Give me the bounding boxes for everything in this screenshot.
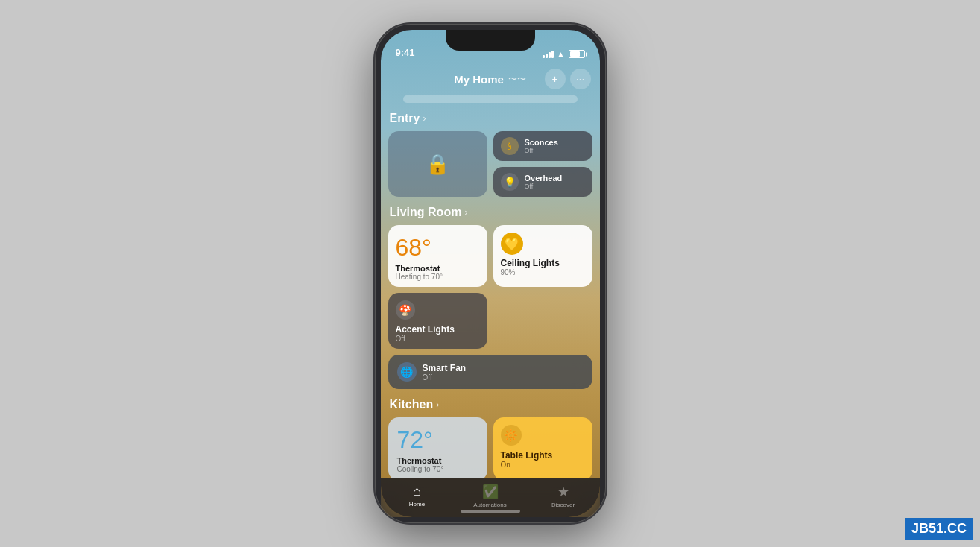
accent-lights-icon-row: 🍄 <box>396 300 480 320</box>
sconces-status: Off <box>525 147 558 154</box>
living-room-grid: 68° Thermostat Heating to 70° 💛 Ceiling … <box>388 225 592 349</box>
tab-home[interactable]: ⌂ Home <box>381 484 454 508</box>
status-icons: ▲ <box>543 50 585 58</box>
living-room-section: Living Room › 68° Thermostat Heating to … <box>388 206 592 389</box>
lock-icon: 🔒 <box>426 153 449 176</box>
overhead-status: Off <box>525 183 563 190</box>
page-wrapper: 9:41 ▲ My Home <box>0 0 980 547</box>
entry-grid: 🔒 🕯 Sconces Off <box>388 131 592 197</box>
lock-card[interactable]: 🔒 <box>388 131 487 197</box>
sconces-name: Sconces <box>525 138 558 147</box>
kitchen-thermostat-name: Thermostat <box>397 456 478 465</box>
kitchen-title: Kitchen <box>390 398 434 411</box>
table-lights-name: Table Lights <box>501 450 585 461</box>
living-room-title: Living Room <box>390 206 462 219</box>
overhead-card[interactable]: 💡 Overhead Off <box>493 167 592 197</box>
overhead-info: Overhead Off <box>525 174 563 190</box>
living-room-chevron-icon: › <box>464 207 467 218</box>
wifi-icon: ▲ <box>557 50 565 58</box>
smart-fan-info: Smart Fan Off <box>423 363 467 382</box>
accent-lights-card[interactable]: 🍄 Accent Lights Off <box>388 293 487 349</box>
scroll-content[interactable]: Entry › 🔒 🕯 Sconces <box>381 95 600 478</box>
ceiling-lights-card[interactable]: 💛 Ceiling Lights 90% <box>493 225 592 287</box>
waveform-icon: 〜〜 <box>508 73 526 86</box>
signal-bar-4 <box>551 51 554 58</box>
accent-lights-name: Accent Lights <box>396 324 480 335</box>
automations-tab-label: Automations <box>473 502 506 508</box>
phone-screen: 9:41 ▲ My Home <box>381 30 600 517</box>
tab-automations[interactable]: ✅ Automations <box>454 484 527 508</box>
entry-section: Entry › 🔒 🕯 Sconces <box>388 112 592 197</box>
sconces-icon: 🕯 <box>501 137 519 155</box>
accent-lights-status: Off <box>396 335 480 343</box>
table-lights-icon-row: 🔆 <box>501 425 585 446</box>
kitchen-thermostat-card[interactable]: 72° Thermostat Cooling to 70° <box>388 417 487 478</box>
discover-tab-label: Discover <box>551 502 575 508</box>
overhead-icon: 💡 <box>501 173 519 191</box>
entry-small-cards: 🕯 Sconces Off 💡 Overhead Off <box>493 131 592 197</box>
kitchen-thermostat-status: Cooling to 70° <box>397 465 478 473</box>
header-title-group: My Home 〜〜 <box>454 73 526 86</box>
table-lights-icon: 🔆 <box>501 425 522 446</box>
table-lights-status: On <box>501 461 585 469</box>
sconces-info: Sconces Off <box>525 138 558 154</box>
lr-thermostat-temp: 68° <box>396 235 480 259</box>
phone-shell: 9:41 ▲ My Home <box>375 24 606 523</box>
notch <box>446 30 535 51</box>
search-pill <box>403 95 578 103</box>
entry-chevron-icon: › <box>423 113 426 124</box>
kitchen-header: Kitchen › <box>388 398 592 411</box>
signal-bar-2 <box>546 54 548 58</box>
smart-fan-name: Smart Fan <box>423 363 467 373</box>
lr-thermostat-name: Thermostat <box>396 264 480 273</box>
entry-header: Entry › <box>388 112 592 125</box>
entry-title: Entry <box>390 112 420 125</box>
signal-bar-3 <box>549 52 551 58</box>
overhead-name: Overhead <box>525 174 563 183</box>
home-tab-icon: ⌂ <box>413 484 421 499</box>
add-button[interactable]: + <box>545 69 566 89</box>
living-room-header: Living Room › <box>388 206 592 219</box>
tab-discover[interactable]: ★ Discover <box>527 484 600 508</box>
ceiling-lights-status: 90% <box>501 268 585 276</box>
smart-fan-status: Off <box>423 373 467 382</box>
battery-fill <box>570 51 581 57</box>
ceiling-lights-icon: 💛 <box>501 233 523 255</box>
kitchen-grid: 72° Thermostat Cooling to 70° 🔆 Table Li… <box>388 417 592 478</box>
ceiling-lights-name: Ceiling Lights <box>501 258 585 268</box>
signal-bars-icon <box>543 51 554 58</box>
kitchen-chevron-icon: › <box>436 399 439 410</box>
lr-thermostat-card[interactable]: 68° Thermostat Heating to 70° <box>388 225 487 287</box>
home-indicator <box>461 510 520 513</box>
watermark: JB51.CC <box>905 518 973 540</box>
more-button[interactable]: ··· <box>570 69 591 89</box>
smart-fan-card[interactable]: 🌐 Smart Fan Off <box>388 355 592 389</box>
status-time: 9:41 <box>396 47 415 58</box>
signal-bar-1 <box>543 55 545 58</box>
table-lights-card[interactable]: 🔆 Table Lights On <box>493 417 592 478</box>
header-title: My Home <box>454 73 504 86</box>
battery-icon <box>569 50 585 58</box>
home-tab-label: Home <box>409 501 425 508</box>
sconces-card[interactable]: 🕯 Sconces Off <box>493 131 592 161</box>
smart-fan-icon: 🌐 <box>397 362 417 382</box>
accent-lights-icon: 🍄 <box>396 300 415 320</box>
automations-tab-icon: ✅ <box>482 484 499 500</box>
kitchen-thermostat-temp: 72° <box>397 428 478 452</box>
discover-tab-icon: ★ <box>557 484 569 500</box>
header-right: + ··· <box>545 69 591 89</box>
kitchen-section: Kitchen › 72° Thermostat Cooling to 70° <box>388 398 592 478</box>
app-header: My Home 〜〜 + ··· <box>381 63 600 95</box>
lr-thermostat-status: Heating to 70° <box>396 273 480 281</box>
